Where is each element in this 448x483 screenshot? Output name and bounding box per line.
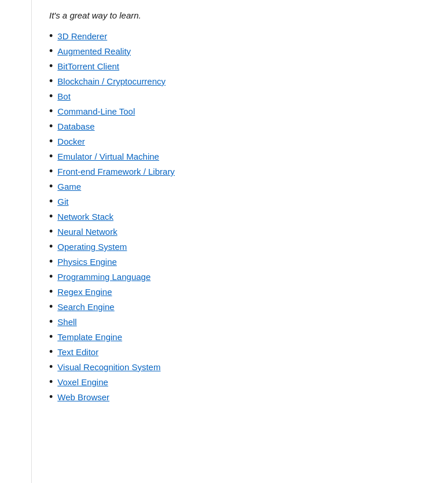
list-link-template-engine[interactable]: Template Engine [57,330,122,344]
list-link-network-stack[interactable]: Network Stack [57,210,113,224]
list-item: •3D Renderer [49,30,436,43]
list-link-shell[interactable]: Shell [57,315,76,329]
list-link-bot[interactable]: Bot [57,90,71,104]
content-area: It's a great way to learn. •3D Renderer•… [32,0,448,483]
list-item: •Blockchain / Cryptocurrency [49,75,436,89]
list-link-programming-language[interactable]: Programming Language [57,270,150,284]
bullet-icon: • [49,136,53,146]
bullet-icon: • [49,377,53,387]
list-link-command-line-tool[interactable]: Command-Line Tool [57,105,135,119]
list-link-bittorrent-client[interactable]: BitTorrent Client [57,60,119,73]
list-item: •Web Browser [49,390,436,404]
list-item: •Text Editor [49,345,436,359]
list-item: •Shell [49,315,436,329]
bullet-icon: • [49,286,53,297]
list-link-text-editor[interactable]: Text Editor [57,345,98,359]
list-item: •Command-Line Tool [49,105,436,119]
list-link-neural-network[interactable]: Neural Network [57,225,117,239]
list-item: •Docker [49,135,436,149]
list-link-web-browser[interactable]: Web Browser [57,390,109,404]
bullet-icon: • [49,346,53,357]
list-item: •Git [49,195,436,209]
bullet-icon: • [49,31,53,41]
list-link-visual-recognition-system[interactable]: Visual Recognition System [57,360,160,374]
bullet-icon: • [49,181,53,191]
left-border [0,0,32,483]
list-link-front-end-framework-library[interactable]: Front-end Framework / Library [57,165,175,179]
bullet-icon: • [49,256,53,267]
bullet-icon: • [49,46,53,56]
bullet-icon: • [49,76,53,86]
list-item: •Programming Language [49,270,436,284]
list-link-search-engine[interactable]: Search Engine [57,300,114,314]
bullet-icon: • [49,211,53,222]
items-list: •3D Renderer•Augmented Reality•BitTorren… [49,30,436,404]
list-item: •Network Stack [49,210,436,224]
list-link-regex-engine[interactable]: Regex Engine [57,285,112,299]
list-link-git[interactable]: Git [57,195,68,209]
list-link-blockchain-cryptocurrency[interactable]: Blockchain / Cryptocurrency [57,75,166,89]
list-item: •Neural Network [49,225,436,239]
list-item: •Bot [49,90,436,104]
bullet-icon: • [49,196,53,207]
bullet-icon: • [49,301,53,312]
list-item: •Database [49,120,436,134]
list-item: •Search Engine [49,300,436,314]
list-link-augmented-reality[interactable]: Augmented Reality [57,45,131,58]
bullet-icon: • [49,91,53,101]
bullet-icon: • [49,106,53,116]
bullet-icon: • [49,392,53,402]
list-item: •BitTorrent Client [49,60,436,73]
list-link-database[interactable]: Database [57,120,94,134]
list-item: •Front-end Framework / Library [49,165,436,179]
list-link-physics-engine[interactable]: Physics Engine [57,255,117,269]
bullet-icon: • [49,121,53,131]
list-item: •Template Engine [49,330,436,344]
list-item: •Physics Engine [49,255,436,269]
list-link-voxel-engine[interactable]: Voxel Engine [57,375,108,389]
list-link-operating-system[interactable]: Operating System [57,240,127,254]
list-link-game[interactable]: Game [57,180,81,194]
list-link-docker[interactable]: Docker [57,135,85,149]
list-item: •Visual Recognition System [49,360,436,374]
list-item: •Emulator / Virtual Machine [49,150,436,164]
bullet-icon: • [49,271,53,282]
page-container: It's a great way to learn. •3D Renderer•… [0,0,448,483]
bullet-icon: • [49,226,53,237]
bullet-icon: • [49,316,53,327]
bullet-icon: • [49,331,53,342]
bullet-icon: • [49,362,53,372]
bullet-icon: • [49,151,53,161]
list-item: •Voxel Engine [49,375,436,389]
list-item: •Operating System [49,240,436,254]
list-item: •Augmented Reality [49,45,436,58]
list-item: •Regex Engine [49,285,436,299]
bullet-icon: • [49,241,53,252]
bullet-icon: • [49,61,53,71]
list-link-emulator-virtual-machine[interactable]: Emulator / Virtual Machine [57,150,159,164]
list-link-3d-renderer[interactable]: 3D Renderer [57,30,107,43]
bullet-icon: • [49,166,53,176]
intro-text: It's a great way to learn. [49,10,436,20]
list-item: •Game [49,180,436,194]
